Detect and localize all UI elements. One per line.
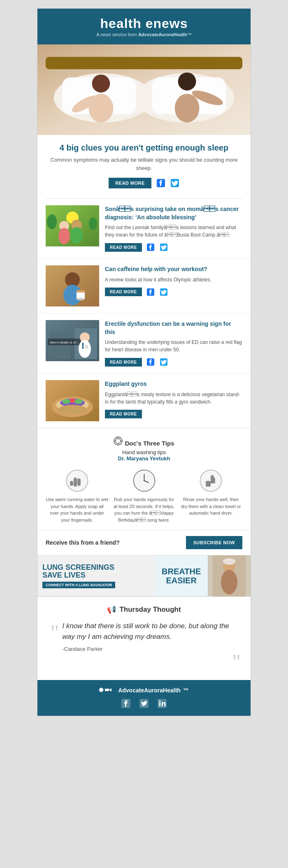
svg-point-17 [58,228,70,244]
article-row-3: Men's Health & Ur... Erectile dysfunctio… [37,313,251,374]
article-read-more-button-2[interactable]: READ MORE [105,288,142,296]
tip-icon-3 [199,468,223,493]
svg-point-9 [175,94,200,123]
article-read-more-button-1[interactable]: READ MORE [105,243,142,252]
hero-image [37,44,251,135]
quote-mark-left: " [51,624,59,641]
svg-point-21 [89,218,97,230]
ad-lung-button[interactable]: CONNECT WITH A LUNG NAVIGATOR [42,582,115,588]
svg-point-20 [47,214,57,229]
svg-rect-1 [46,57,242,69]
article-2-twitter-icon[interactable] [159,288,168,297]
footer-logo-text: AdvocateAuroraHealth [118,687,181,694]
svg-rect-28 [77,290,85,292]
subscribe-text: Receive this from a friend? [46,539,120,546]
article-thumbnail-3: Men's Health & Ur... [46,320,99,361]
svg-point-19 [70,227,83,244]
tips-subtitle: Hand washing tips [46,449,242,455]
article-3-facebook-icon[interactable] [146,357,155,367]
article-content-4: Eggplant gyros Eggplantâs meaty textur… [105,380,242,418]
tips-header-icon [114,439,125,447]
article-read-more-button-4[interactable]: READ MORE [105,410,142,418]
subscribe-button[interactable]: SUBSCRIBE NOW [186,536,242,549]
svg-rect-60 [74,478,77,483]
footer-twitter-icon[interactable] [138,698,150,709]
article-title-3: Erectile dysfunction can be a warning si… [105,320,242,336]
article-thumbnail-4 [46,380,99,421]
ad-banner: LUNG SCREENINGSSAVE LIVES CONNECT WITH A… [37,555,251,596]
article-1-facebook-icon[interactable] [146,243,155,252]
article-title-4: Eggplant gyros [105,380,242,388]
article-desc-4: Eggplantâs meaty texture is a deliciou… [105,391,242,406]
ad-breathe-text: BREATHEEASIER [162,567,201,585]
svg-rect-39 [82,343,84,349]
svg-text:Men's Health & Ur...: Men's Health & Ur... [50,341,79,344]
thought-title: Thursday Thought [119,606,181,614]
svg-point-29 [77,298,85,300]
article-content-3: Erectile dysfunction can be a warning si… [105,320,242,367]
featured-read-more-button[interactable]: READ MORE [109,178,151,188]
tip-item-3: Rinse your hands well, then dry them wit… [179,468,242,523]
article-2-facebook-icon[interactable] [146,288,155,297]
svg-rect-73 [100,688,102,692]
article-1-twitter-icon[interactable] [159,243,168,252]
quote-body: I know that there is still work to be do… [62,621,237,653]
featured-title: 4 big clues you aren't getting enough sl… [50,143,238,153]
thought-header: 📢 Thursday Thought [47,605,241,614]
tips-header: Doc's Three Tips [46,436,242,448]
svg-rect-67 [206,481,211,487]
tips-title: Doc's Three Tips [125,440,174,447]
article-btn-row-4: READ MORE [105,410,242,418]
svg-point-50 [58,405,87,415]
svg-point-52 [116,439,121,443]
quote-mark-right: " [232,650,241,673]
article-desc-3: Understanding the underlying issues of E… [105,339,242,353]
article-title-2: Can caffeine help with your workout? [105,265,242,274]
ad-lung-title: LUNG SCREENINGSSAVE LIVES [42,564,150,580]
ad-breathe-center[interactable]: BREATHEEASIER [155,555,208,596]
svg-rect-78 [159,702,160,706]
svg-point-70 [221,570,237,594]
ad-lung-left[interactable]: LUNG SCREENINGSSAVE LIVES CONNECT WITH A… [37,555,155,596]
article-3-twitter-icon[interactable] [159,357,168,367]
svg-point-79 [159,701,161,702]
tip-icon-2 [132,468,156,493]
svg-point-49 [70,398,75,403]
email-footer: AdvocateAuroraHealth™ [37,680,251,716]
footer-facebook-icon[interactable] [120,698,132,709]
article-row-4: Eggplant gyros Eggplantâs meaty textur… [37,374,251,428]
svg-point-48 [74,399,83,404]
article-row-2: Can caffeine help with your workout? A r… [37,259,251,313]
svg-rect-59 [77,478,81,486]
quote-container: " I know that there is still work to be … [47,621,241,653]
article-read-more-button-3[interactable]: READ MORE [105,358,142,367]
advocate-logo-icon [99,687,116,694]
tip-text-2: Rub your hands vigorously for at least 2… [113,496,176,523]
facebook-share-icon[interactable] [156,179,165,188]
article-btn-row-1: READ MORE [105,243,242,252]
svg-point-47 [62,399,70,404]
featured-description: Common symptoms may actually be telltale… [50,156,238,172]
twitter-share-icon[interactable] [170,179,179,188]
ad-breathe: BREATHEEASIER [162,567,201,585]
footer-social-row [46,698,242,709]
featured-button-row: READ MORE [50,178,238,188]
article-desc-1: Find out the Lesniak familyâs lessons … [105,224,242,239]
thought-section: 📢 Thursday Thought " I know that there i… [37,596,251,680]
email-header: health enews A news service from Advocat… [37,9,251,44]
svg-point-8 [178,72,196,91]
tips-section: Doc's Three Tips Hand washing tips Dr. M… [37,428,251,530]
subscribe-section: Receive this from a friend? SUBSCRIBE NO… [37,530,251,555]
brand-title: health enews [46,16,242,31]
tip-icon-1 [65,468,89,493]
svg-point-57 [66,470,88,491]
featured-section: 4 big clues you aren't getting enough sl… [37,135,251,198]
hero-image-placeholder [37,44,251,135]
article-btn-row-3: READ MORE [105,357,242,367]
email-container: health enews A news service from Advocat… [37,8,251,716]
footer-linkedin-icon[interactable] [156,698,168,709]
ad-image-right [208,555,251,596]
svg-rect-74 [105,689,109,691]
quote-text: I know that there is still work to be do… [62,621,237,653]
article-title-1: Sonâs surprising take on momâs cance… [105,205,242,221]
